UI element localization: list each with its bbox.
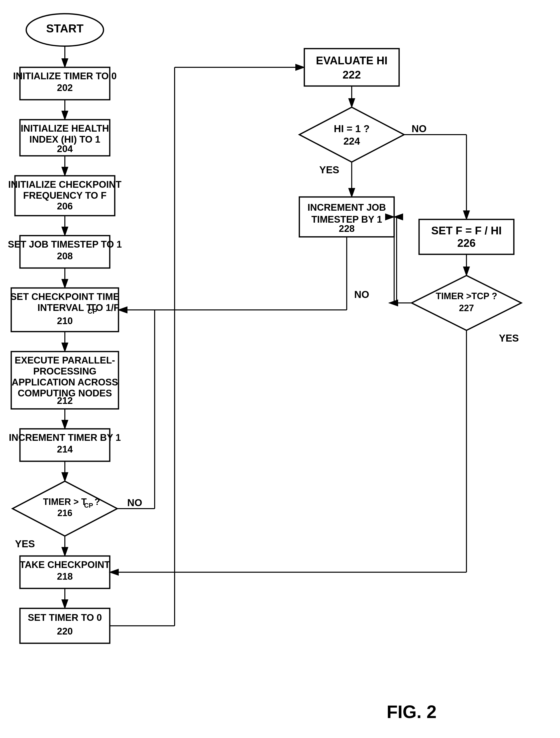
n224-no: NO (411, 123, 427, 134)
n216-sub: CP (84, 502, 93, 509)
n216-label2: ? (94, 497, 100, 507)
start-label: START (46, 22, 83, 35)
n220-label: SET TIMER TO 0 (28, 612, 102, 623)
n224-label: HI = 1 ? (334, 123, 369, 134)
n228-label1: INCREMENT JOB (308, 202, 386, 213)
n214-num: 214 (57, 444, 73, 454)
n208-label: SET JOB TIMESTEP TO 1 (8, 239, 122, 250)
n218-num: 218 (57, 571, 73, 582)
n222-num: 222 (342, 69, 361, 81)
n208-num: 208 (57, 251, 73, 261)
n226-num: 226 (457, 237, 476, 249)
n210-label1: SET CHECKPOINT TIME (10, 292, 119, 302)
n216-num: 216 (57, 508, 72, 518)
n224-yes: YES (319, 164, 339, 175)
n220-num: 220 (57, 626, 73, 637)
n210-label3: TO 1/F (90, 302, 119, 313)
n224-num: 224 (343, 136, 360, 146)
n204-label1: INITIALIZE HEALTH (21, 123, 109, 134)
n212-num: 212 (57, 395, 73, 406)
n202-num: 202 (57, 82, 73, 93)
n204-num: 204 (57, 143, 73, 154)
n216-yes: YES (15, 538, 35, 549)
n206-num: 206 (57, 201, 73, 212)
n210-num: 210 (57, 316, 73, 326)
n202-label: INITIALIZE TIMER TO 0 (13, 71, 116, 81)
n214-label: INCREMENT TIMER BY 1 (9, 432, 121, 443)
n212-label1: EXECUTE PARALLEL- (15, 355, 115, 366)
n216-label1: TIMER > T (43, 497, 86, 507)
n227-num: 227 (459, 303, 474, 313)
n210-label2: INTERVAL T (37, 302, 92, 313)
n226-label: SET F = F / HI (431, 225, 502, 237)
n227-no: NO (354, 289, 369, 300)
n204-label2: INDEX (HI) TO 1 (29, 134, 100, 144)
n222-label: EVALUATE HI (316, 54, 388, 67)
svg-marker-31 (299, 107, 404, 162)
n227-label: TIMER >TCP ? (436, 291, 497, 301)
n218-label: TAKE CHECKPOINT (20, 560, 110, 570)
diagram-container: START INITIALIZE TIMER TO 0 202 INITIALI… (0, 0, 560, 738)
n228-label2: TIMESTEP BY 1 (311, 214, 382, 225)
fig-label: FIG. 2 (387, 702, 437, 722)
n206-label1: INITIALIZE CHECKPOINT (8, 179, 121, 190)
n227-yes: YES (499, 333, 519, 344)
n206-label2: FREQUENCY TO F (23, 190, 106, 201)
n228-num: 228 (339, 224, 354, 234)
n216-no: NO (127, 497, 142, 508)
n212-label3: APPLICATION ACROSS (12, 377, 118, 387)
n212-label2: PROCESSING (33, 366, 96, 376)
